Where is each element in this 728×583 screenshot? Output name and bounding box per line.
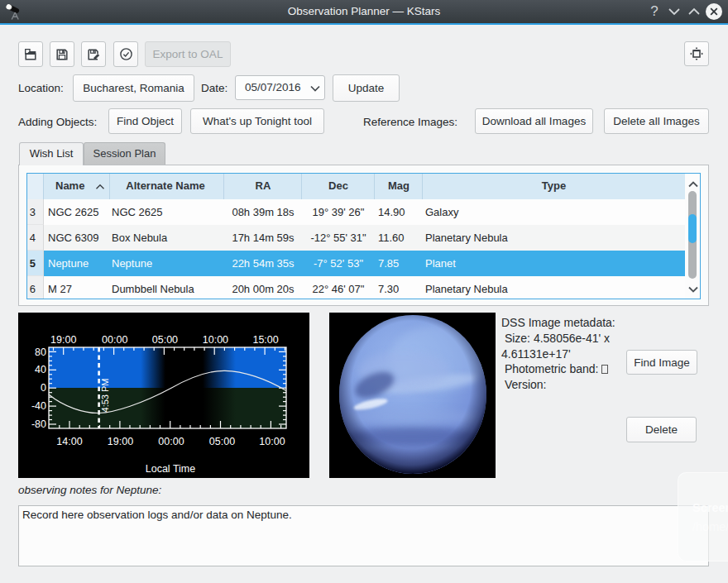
svg-text:05:00: 05:00 (152, 334, 178, 346)
svg-text:-80: -80 (31, 418, 46, 430)
svg-text:80: 80 (35, 346, 46, 358)
svg-text:Local Time: Local Time (146, 463, 195, 475)
svg-text:-40: -40 (31, 400, 46, 412)
svg-text:4:53 PM: 4:53 PM (100, 379, 110, 413)
svg-text:00:00: 00:00 (102, 334, 127, 346)
svg-text:0: 0 (41, 382, 46, 394)
svg-text:19:00: 19:00 (50, 334, 76, 346)
svg-text:00:00: 00:00 (158, 436, 184, 447)
svg-text:15:00: 15:00 (252, 334, 278, 346)
svg-text:19:00: 19:00 (108, 436, 133, 447)
svg-text:10:00: 10:00 (259, 436, 285, 447)
svg-text:05:00: 05:00 (209, 436, 235, 447)
svg-text:10:00: 10:00 (203, 334, 228, 346)
svg-text:14:00: 14:00 (56, 436, 82, 447)
svg-text:40: 40 (35, 364, 46, 375)
